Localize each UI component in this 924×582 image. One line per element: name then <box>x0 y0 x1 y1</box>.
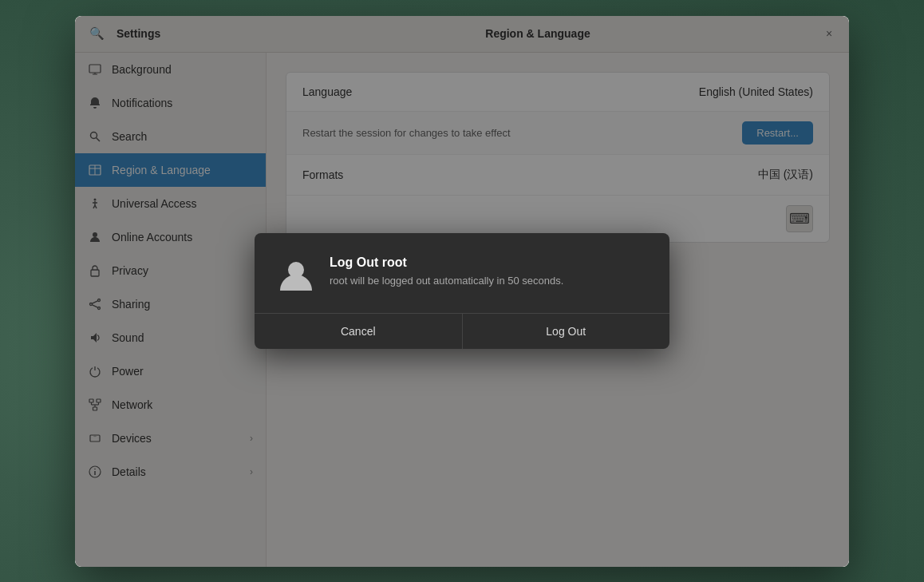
dialog-subtitle: root will be logged out automatically in… <box>330 275 563 287</box>
logout-button[interactable]: Log Out <box>463 314 670 349</box>
logout-dialog: Log Out root root will be logged out aut… <box>255 233 669 349</box>
dialog-title: Log Out root <box>330 255 563 270</box>
dialog-overlay: Log Out root root will be logged out aut… <box>75 16 849 567</box>
user-avatar <box>277 255 315 294</box>
dialog-text-content: Log Out root root will be logged out aut… <box>330 255 563 287</box>
dialog-buttons: Cancel Log Out <box>255 313 669 349</box>
settings-window: 🔍 Settings Region & Language × Backgroun… <box>75 16 849 567</box>
dialog-body: Log Out root root will be logged out aut… <box>255 233 669 313</box>
cancel-button[interactable]: Cancel <box>255 314 463 349</box>
